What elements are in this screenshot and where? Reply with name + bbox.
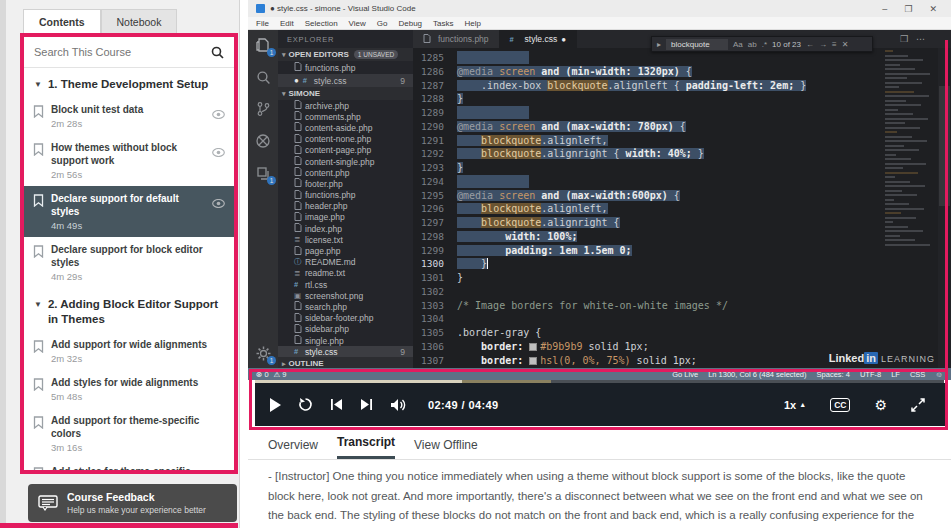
closed-captions-button[interactable]: CC [830, 398, 850, 412]
modified-dot-icon[interactable]: ● [561, 35, 566, 44]
next-match-icon[interactable]: → [819, 40, 827, 49]
editor-scrollbar[interactable] [938, 48, 951, 368]
find-input[interactable]: blockquote [666, 39, 728, 50]
more-actions-icon[interactable]: ⋯ [916, 34, 925, 44]
fullscreen-button[interactable] [911, 398, 925, 412]
file-row-selected[interactable]: #style.css9 [278, 346, 413, 357]
volume-button[interactable] [390, 398, 407, 412]
editor-tab[interactable]: #style.css● [500, 30, 577, 48]
status-item[interactable]: Ln 1300, Col 6 (484 selected) [708, 370, 806, 379]
close-icon[interactable]: ✕ [929, 4, 937, 14]
tab-contents[interactable]: Contents [23, 9, 101, 35]
file-row[interactable]: sidebar-footer.php [278, 313, 413, 324]
explorer-icon[interactable]: 1 [254, 36, 272, 54]
open-editor-row[interactable]: ●#style.css9 [278, 74, 413, 87]
status-item[interactable]: CSS [910, 370, 925, 379]
file-row[interactable]: content-none.php [278, 134, 413, 145]
tab-notebook[interactable]: Notebook [101, 9, 178, 35]
search-sidebar-icon[interactable] [254, 68, 272, 86]
lesson-item[interactable]: Block unit test data 2m 28s [24, 97, 234, 135]
menu-view[interactable]: View [349, 19, 366, 28]
chevron-right-icon[interactable]: ▸ [657, 40, 661, 49]
bookmark-icon[interactable] [33, 415, 45, 433]
menu-debug[interactable]: Debug [398, 19, 422, 28]
file-row[interactable]: ⓘREADME.md [278, 257, 413, 268]
extensions-icon[interactable]: 1 [254, 164, 272, 182]
file-row[interactable]: footer.php [278, 178, 413, 189]
lesson-item[interactable]: Declare support for block editor styles … [24, 237, 234, 288]
course-feedback-button[interactable]: Course Feedback Help us make your experi… [28, 484, 237, 522]
warnings-indicator[interactable]: ⚠ 9 [274, 370, 287, 379]
status-item[interactable]: ☺ [935, 370, 943, 379]
code-area[interactable]: 12851286@media screen and (min-width: 13… [413, 48, 883, 368]
bookmark-icon[interactable] [33, 377, 45, 395]
bookmark-icon[interactable] [33, 104, 45, 122]
tab-view-offline[interactable]: View Offline [414, 438, 478, 459]
section-header[interactable]: ▼1. Theme Development Setup [24, 68, 234, 97]
status-item[interactable]: UTF-8 [860, 370, 881, 379]
search-icon[interactable] [211, 46, 224, 59]
status-item[interactable]: LF [891, 370, 900, 379]
replay-button[interactable] [298, 397, 313, 412]
file-row[interactable]: comments.php [278, 111, 413, 122]
status-item[interactable]: Spaces: 4 [817, 370, 850, 379]
minimap[interactable] [885, 50, 937, 364]
bookmark-icon[interactable] [33, 466, 45, 474]
file-row[interactable]: ≣readme.txt [278, 268, 413, 279]
status-item[interactable]: Go Live [672, 370, 698, 379]
bookmark-icon[interactable] [33, 244, 45, 262]
debug-icon[interactable] [254, 132, 272, 150]
source-control-icon[interactable] [254, 100, 272, 118]
lesson-item[interactable]: Add styles for wide alignments 5m 48s [24, 370, 234, 408]
file-row[interactable]: sidebar.php [278, 324, 413, 335]
match-case-icon[interactable]: Aa [733, 40, 743, 49]
file-row[interactable]: index.php [278, 223, 413, 234]
file-row[interactable]: archive.php [278, 100, 413, 111]
lesson-item[interactable]: Add styles for theme-specific colors 3m … [24, 459, 234, 474]
outline-section[interactable]: ▸ OUTLINE [278, 357, 413, 368]
file-row[interactable]: content-page.php [278, 145, 413, 156]
menu-tasks[interactable]: Tasks [433, 19, 453, 28]
whole-word-icon[interactable]: ab [748, 40, 757, 49]
prev-match-icon[interactable]: ← [806, 40, 814, 49]
bookmark-icon[interactable] [33, 193, 45, 211]
editor-tab[interactable]: functions.php [413, 30, 500, 48]
folder-section[interactable]: ▾ SIMONE [278, 87, 413, 100]
manage-gear-icon[interactable]: 1 [254, 344, 272, 362]
file-row[interactable]: content-aside.php [278, 122, 413, 133]
close-find-icon[interactable]: ✕ [842, 40, 849, 49]
file-row[interactable]: page.php [278, 245, 413, 256]
video-frame-vscode[interactable]: ● style.css - simone - Visual Studio Cod… [248, 0, 951, 380]
menu-help[interactable]: Help [465, 19, 481, 28]
lesson-item[interactable]: Declare support for default styles 4m 49… [24, 186, 234, 237]
file-row[interactable]: content.php [278, 167, 413, 178]
file-row[interactable]: single.php [278, 335, 413, 346]
regex-icon[interactable]: .* [762, 40, 767, 49]
tab-transcript[interactable]: Transcript [337, 435, 395, 459]
file-row[interactable]: image.php [278, 212, 413, 223]
file-row[interactable]: header.php [278, 201, 413, 212]
file-row[interactable]: content-single.php [278, 156, 413, 167]
errors-indicator[interactable]: ⊗ 0 [256, 370, 269, 379]
lesson-item[interactable]: Add support for theme-specific colors 3m… [24, 408, 234, 459]
minimize-icon[interactable]: – [882, 4, 887, 14]
file-row[interactable]: search.php [278, 301, 413, 312]
section-header[interactable]: ▼2. Adding Block Editor Support in Theme… [24, 288, 234, 332]
menu-selection[interactable]: Selection [305, 19, 338, 28]
file-row[interactable]: ▣screenshot.png [278, 290, 413, 301]
lesson-item[interactable]: Add support for wide alignments 2m 32s [24, 332, 234, 370]
find-in-selection-icon[interactable]: ≡ [832, 40, 837, 49]
file-row[interactable]: ≣license.txt [278, 234, 413, 245]
bookmark-icon[interactable] [33, 339, 45, 357]
bookmark-icon[interactable] [33, 142, 45, 160]
file-row[interactable]: functions.php [278, 190, 413, 201]
open-editors-section[interactable]: ▾ OPEN EDITORS 1 UNSAVED [278, 48, 413, 61]
previous-button[interactable] [330, 398, 343, 411]
menu-edit[interactable]: Edit [280, 19, 294, 28]
open-editor-row[interactable]: functions.php [278, 61, 413, 74]
split-editor-icon[interactable]: ❒ [900, 34, 908, 44]
next-button[interactable] [360, 398, 373, 411]
settings-gear-icon[interactable]: ⚙ [874, 397, 887, 413]
menu-go[interactable]: Go [377, 19, 388, 28]
playback-speed-button[interactable]: 1x ▲ [784, 399, 806, 411]
